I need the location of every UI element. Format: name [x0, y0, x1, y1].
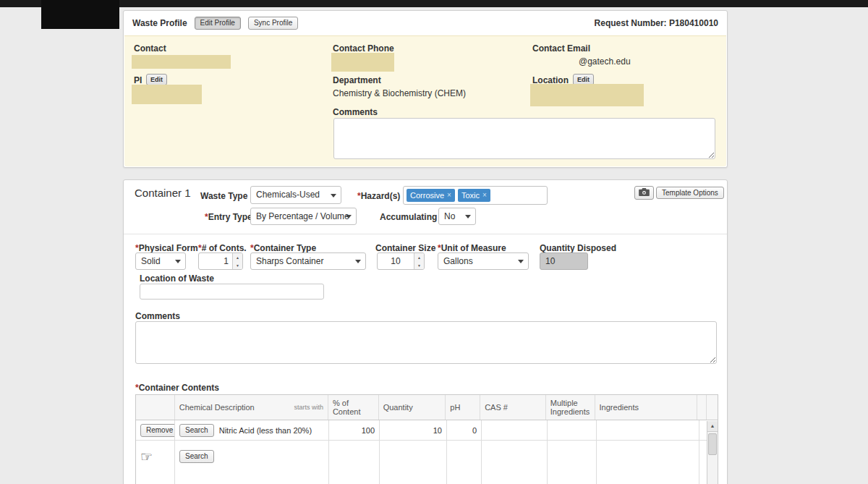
sync-profile-button[interactable]: Sync Profile	[248, 17, 298, 30]
physical-form-select[interactable]: Solid	[135, 252, 186, 270]
redacted-location	[530, 84, 644, 106]
header-multiple-ingredients: Multiple Ingredients	[546, 395, 595, 420]
camera-button[interactable]	[634, 186, 654, 200]
header-filler	[697, 395, 707, 420]
entry-type-select[interactable]: By Percentage / Volume	[250, 208, 357, 225]
panel-title: Waste Profile	[132, 18, 187, 28]
num-containers-stepper[interactable]: 1 ▲ ▼	[198, 252, 243, 270]
contact-label: Contact	[134, 43, 166, 54]
stepper-controls: ▲ ▼	[414, 253, 424, 269]
num-containers-label-text: # of Conts.	[202, 243, 247, 253]
header-actions	[136, 395, 175, 420]
container-size-value: 10	[378, 253, 414, 269]
entry-type-label: *Entry Type	[205, 212, 252, 222]
department-value: Chemistry & Biochemistry (CHEM)	[333, 88, 466, 98]
ingredients-cell	[597, 441, 699, 484]
chemical-name: Nitric Acid (less than 20%)	[219, 426, 312, 435]
spinner-down-icon[interactable]: ▼	[414, 261, 424, 269]
num-containers-value: 1	[199, 253, 232, 269]
table-row: Remove Search Nitric Acid (less than 20%…	[136, 420, 718, 441]
ph-cell: 0	[447, 420, 482, 440]
waste-type-select[interactable]: Chemicals-Used	[250, 186, 341, 204]
spinner-up-icon[interactable]: ▲	[233, 253, 242, 261]
unit-of-measure-select[interactable]: Gallons	[438, 252, 529, 270]
chevron-down-icon	[355, 260, 361, 263]
redacted-contact-name	[132, 55, 231, 69]
container-size-label: Container Size	[375, 243, 435, 253]
container-contents-label: *Container Contents	[135, 383, 219, 393]
profile-comments-label: Comments	[333, 107, 378, 117]
percent-cell	[329, 441, 380, 484]
active-row-pointer-icon: ☞	[140, 450, 153, 464]
container-comments-label: Comments	[135, 311, 180, 321]
container-contents-label-text: Container Contents	[139, 383, 219, 393]
waste-profile-header: Waste Profile Edit Profile Sync Profile …	[124, 11, 727, 35]
hazards-label-text: Hazard(s)	[361, 191, 401, 201]
hazards-label: *Hazard(s)	[357, 191, 400, 201]
page: Waste Profile Edit Profile Sync Profile …	[0, 0, 868, 484]
header-cas: CAS #	[480, 395, 546, 420]
spinner-up-icon[interactable]: ▲	[414, 253, 424, 261]
unit-of-measure-label: *Unit of Measure	[438, 243, 506, 253]
row-actions-cell: Remove	[136, 420, 175, 440]
camera-icon	[639, 188, 650, 198]
location-of-waste-label: Location of Waste	[140, 273, 214, 284]
unit-of-measure-label-text: Unit of Measure	[441, 243, 506, 253]
chevron-down-icon	[346, 215, 352, 218]
edit-profile-button[interactable]: Edit Profile	[195, 17, 241, 30]
request-number-value: P180410010	[669, 18, 718, 28]
entry-type-value: By Percentage / Volume	[256, 211, 349, 221]
header-quantity: Quantity	[379, 395, 446, 420]
num-containers-label: *# of Conts.	[198, 243, 247, 253]
header-ingredients: Ingredients	[595, 395, 697, 420]
template-options-button[interactable]: Template Options	[656, 187, 724, 199]
waste-profile-body: Contact Contact Phone Contact Email @gat…	[124, 35, 726, 166]
spinner-down-icon[interactable]: ▼	[233, 261, 242, 269]
redacted-pi-name	[132, 85, 202, 104]
pi-edit-button[interactable]: Edit	[146, 74, 167, 85]
table-scrollbar[interactable]: ▲	[707, 421, 718, 484]
search-chemical-button[interactable]: Search	[179, 424, 214, 437]
redacted-logo	[41, 0, 119, 29]
request-number-label: Request Number:	[595, 18, 667, 28]
hazards-tag-input[interactable]: Corrosive × Toxic ×	[403, 186, 548, 205]
remove-tag-icon[interactable]: ×	[447, 192, 451, 199]
remove-row-button[interactable]: Remove	[140, 424, 175, 437]
scroll-up-icon[interactable]: ▲	[707, 421, 718, 432]
remove-tag-icon[interactable]: ×	[482, 192, 487, 199]
container-size-stepper[interactable]: 10 ▲ ▼	[377, 252, 425, 270]
accumulating-select[interactable]: No	[438, 208, 476, 225]
header-scrollbar-filler	[707, 395, 718, 420]
contact-phone-label: Contact Phone	[333, 43, 394, 54]
hazard-tag-label: Corrosive	[410, 191, 444, 200]
header-chemical-label: Chemical Description	[179, 403, 255, 412]
section-divider	[124, 234, 727, 234]
chemical-cell: Search Nitric Acid (less than 20%)	[175, 420, 329, 440]
ingredients-cell	[597, 420, 699, 440]
waste-profile-panel: Waste Profile Edit Profile Sync Profile …	[123, 10, 728, 168]
header-percent-of-content: % of Content	[328, 395, 379, 420]
scrollbar-thumb[interactable]	[708, 433, 717, 455]
hazard-tag[interactable]: Corrosive ×	[407, 189, 455, 202]
profile-comments-textarea[interactable]	[333, 118, 715, 159]
ph-cell	[447, 441, 482, 484]
search-chemical-button[interactable]: Search	[179, 450, 214, 463]
container-contents-table: Chemical Description starts with % of Co…	[135, 394, 718, 484]
physical-form-label-text: Physical Form	[139, 243, 198, 253]
container-type-label: *Container Type	[250, 243, 316, 253]
starts-with-hint: starts with	[294, 404, 323, 411]
multiple-ingredients-cell	[548, 441, 597, 484]
container-type-select[interactable]: Sharps Container	[250, 252, 366, 270]
physical-form-label: *Physical Form	[135, 243, 198, 253]
container-comments-textarea[interactable]	[135, 321, 717, 364]
pi-label: PI	[134, 75, 142, 85]
location-of-waste-input[interactable]	[140, 284, 324, 300]
hazard-tag[interactable]: Toxic ×	[458, 189, 490, 202]
container-panel: Container 1 Waste Type Chemicals-Used *H…	[123, 179, 728, 484]
contact-email-label: Contact Email	[532, 43, 590, 54]
request-number: Request Number: P180410010	[595, 18, 718, 28]
container-type-value: Sharps Container	[256, 256, 323, 266]
hazard-tag-label: Toxic	[461, 191, 480, 200]
contact-email-value: @gatech.edu	[579, 56, 631, 67]
stepper-controls: ▲ ▼	[232, 253, 242, 269]
